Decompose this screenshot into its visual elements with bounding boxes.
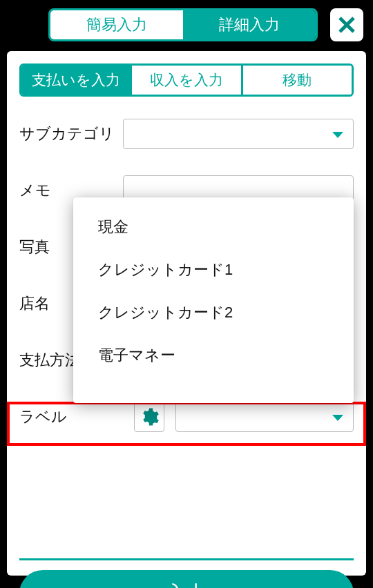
subcategory-select[interactable] [123, 119, 354, 149]
dropdown-item-credit2[interactable]: クレジットカード2 [73, 291, 354, 334]
label-label: ラベル [19, 406, 123, 427]
row-subcategory: サブカテゴリ [19, 116, 354, 152]
tab-income[interactable]: 収入を入力 [130, 66, 240, 95]
label-subcategory: サブカテゴリ [19, 124, 123, 144]
label-select[interactable] [175, 402, 354, 432]
close-icon [336, 14, 357, 35]
accent-divider [19, 558, 354, 560]
entry-type-tabs: 支払いを入力 収入を入力 移動 [19, 63, 354, 97]
input-panel: 支払いを入力 収入を入力 移動 サブカテゴリ メモ 写真 店名 支払方法 ラベル [7, 51, 366, 576]
gear-icon [139, 406, 160, 427]
row-label: ラベル [19, 399, 354, 435]
mode-tab-detail[interactable]: 詳細入力 [183, 10, 316, 39]
tab-transfer[interactable]: 移動 [241, 66, 352, 95]
payment-method-dropdown: 現金 クレジットカード1 クレジットカード2 電子マネー [73, 197, 354, 403]
mode-tab-simple[interactable]: 簡易入力 [50, 10, 183, 39]
dropdown-item-cash[interactable]: 現金 [73, 206, 354, 248]
close-button[interactable] [330, 8, 363, 41]
submit-button[interactable]: 入力 [19, 570, 354, 588]
tab-expense[interactable]: 支払いを入力 [21, 66, 130, 95]
mode-toggle: 簡易入力 詳細入力 [48, 8, 318, 41]
dropdown-item-credit1[interactable]: クレジットカード1 [73, 248, 354, 291]
label-settings-button[interactable] [134, 402, 164, 432]
dropdown-item-emoney[interactable]: 電子マネー [73, 334, 354, 377]
